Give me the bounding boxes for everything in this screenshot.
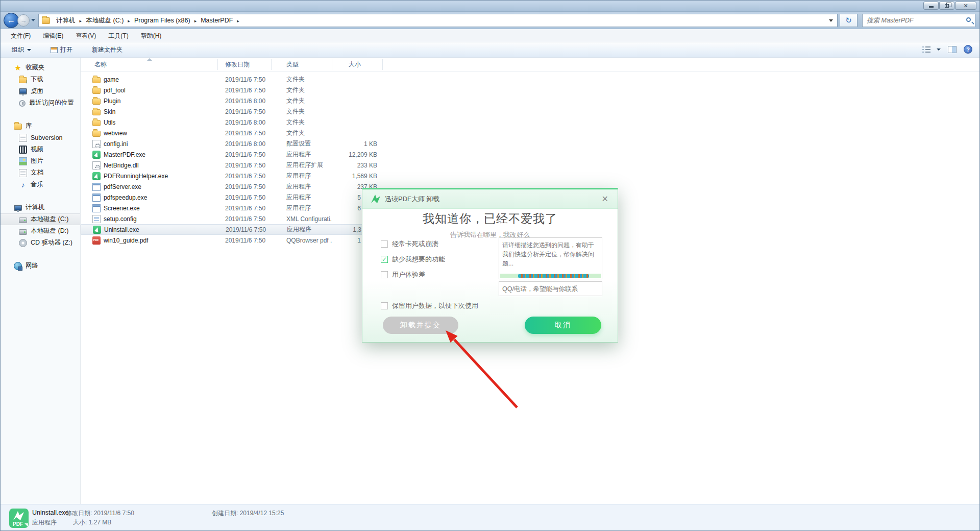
- dialog-close-button[interactable]: ✕: [600, 194, 610, 204]
- keep-user-data-checkbox[interactable]: 保留用户数据，以便下次使用: [381, 301, 478, 310]
- column-header-类型[interactable]: 类型: [286, 58, 299, 71]
- file-date-cell: 2019/11/6 7:50: [217, 108, 271, 115]
- new-folder-button[interactable]: 新建文件夹: [86, 44, 129, 56]
- column-header-修改日期[interactable]: 修改日期: [225, 58, 250, 71]
- reason-checkbox-1[interactable]: 经常卡死或崩溃: [381, 239, 438, 249]
- sidebar-group: 库Subversion视频图片文档♪音乐: [1, 120, 80, 190]
- file-row-webview[interactable]: webview2019/11/6 7:50文件夹: [81, 128, 384, 138]
- file-row-win10_guide.pdf[interactable]: win10_guide.pdf2019/11/6 7:50QQBrowser p…: [81, 235, 384, 246]
- file-row-Plugin[interactable]: Plugin2019/11/6 8:00文件夹: [81, 95, 384, 106]
- feedback-textarea[interactable]: [499, 238, 602, 279]
- refresh-icon: ↻: [845, 16, 852, 25]
- change-view-button[interactable]: [922, 46, 941, 53]
- menu-item[interactable]: 查看(V): [69, 29, 102, 42]
- sidebar-item-图片[interactable]: 图片: [1, 155, 80, 167]
- sidebar-group-网络[interactable]: 网络: [1, 260, 80, 272]
- forward-button[interactable]: →: [17, 14, 30, 27]
- open-button[interactable]: 打开: [44, 44, 79, 56]
- file-row-Utils[interactable]: Utils2019/11/6 8:00文件夹: [81, 117, 384, 128]
- preview-pane-button[interactable]: [948, 46, 957, 53]
- menu-item[interactable]: 工具(T): [102, 29, 134, 42]
- file-row-MasterPDF.exe[interactable]: MasterPDF.exe2019/11/6 7:50应用程序12,209 KB: [81, 149, 384, 160]
- file-size-cell: 1,569 KB: [332, 173, 382, 180]
- checkbox-unchecked-icon[interactable]: [381, 302, 388, 309]
- sidebar-group-库[interactable]: 库: [1, 120, 80, 132]
- breadcrumb-item[interactable]: 本地磁盘 (C:): [83, 17, 127, 24]
- file-row-NetBridge.dll[interactable]: NetBridge.dll2019/11/6 7:50应用程序扩展233 KB: [81, 160, 384, 171]
- column-separator[interactable]: [217, 59, 218, 70]
- minimize-button[interactable]: [923, 2, 939, 10]
- sidebar-item-桌面[interactable]: 桌面: [1, 85, 80, 97]
- file-row-pdfspeedup.exe[interactable]: pdfspeedup.exe2019/11/6 7:50应用程序5: [81, 192, 384, 203]
- address-bar[interactable]: 计算机▸本地磁盘 (C:)▸Program Files (x86)▸Master…: [38, 14, 838, 27]
- sidebar-item-本地磁盘 (D:)[interactable]: 本地磁盘 (D:): [1, 225, 80, 237]
- file-name: config.ini: [104, 140, 128, 148]
- sidebar-item-Subversion[interactable]: Subversion: [1, 132, 80, 143]
- app-window-icon: [92, 194, 101, 202]
- help-button[interactable]: ?: [964, 45, 972, 54]
- window-titlebar[interactable]: ✕: [1, 1, 979, 12]
- file-type-cell: 应用程序: [271, 204, 332, 212]
- file-row-Screener.exe[interactable]: Screener.exe2019/11/6 7:50应用程序6: [81, 203, 384, 213]
- menu-item[interactable]: 文件(F): [5, 29, 37, 42]
- sidebar-group-收藏夹[interactable]: ★收藏夹: [1, 62, 80, 74]
- organize-button[interactable]: 组织: [6, 44, 37, 56]
- sidebar-item-音乐[interactable]: ♪音乐: [1, 179, 80, 190]
- search-box[interactable]: [862, 14, 975, 27]
- sidebar-item-视频[interactable]: 视频: [1, 143, 80, 155]
- file-name: pdf_tool: [104, 87, 126, 94]
- file-row-Skin[interactable]: Skin2019/11/6 7:50文件夹: [81, 106, 384, 117]
- file-row-Uninstall.exe[interactable]: Uninstall.exe2019/11/6 7:50应用程序1,3: [81, 224, 384, 235]
- reason-checkbox-3[interactable]: 用户体验差: [381, 270, 425, 279]
- reason-checkbox-2[interactable]: ✓缺少我想要的功能: [381, 255, 445, 264]
- menu-item[interactable]: 帮助(H): [135, 29, 168, 42]
- file-row-setup.config[interactable]: setup.config2019/11/6 7:50XML Configurat…: [81, 213, 384, 224]
- file-row-config.ini[interactable]: config.ini2019/11/6 8:00配置设置1 KB: [81, 138, 384, 149]
- dialog-titlebar[interactable]: 迅读PDF大师 卸载 ✕: [362, 188, 618, 209]
- navigation-bar: ← → 计算机▸本地磁盘 (C:)▸Program Files (x86)▸Ma…: [1, 12, 979, 29]
- column-header-名称[interactable]: 名称: [94, 58, 107, 71]
- contact-input[interactable]: [499, 282, 602, 296]
- file-row-pdf_tool[interactable]: pdf_tool2019/11/6 7:50文件夹: [81, 85, 384, 95]
- file-row-game[interactable]: game2019/11/6 7:50文件夹: [81, 74, 384, 85]
- menu-item[interactable]: 编辑(E): [37, 29, 69, 42]
- column-separator[interactable]: [332, 59, 332, 70]
- file-row-pdfServer.exe[interactable]: pdfServer.exe2019/11/6 7:50应用程序237 KB: [81, 181, 384, 192]
- cancel-button[interactable]: 取消: [525, 317, 601, 334]
- pdf-green-app-icon: [92, 151, 101, 159]
- file-name-cell: setup.config: [81, 215, 217, 223]
- breadcrumb-item[interactable]: MasterPDF: [198, 17, 236, 24]
- file-date-cell: 2019/11/6 8:00: [217, 140, 271, 148]
- disk-drive-icon: [19, 229, 27, 235]
- back-button[interactable]: ←: [4, 13, 19, 28]
- search-input[interactable]: [863, 14, 975, 27]
- checkbox-checked-icon[interactable]: ✓: [381, 256, 388, 263]
- file-type-cell: XML Configurati...: [271, 215, 332, 223]
- sidebar-item-本地磁盘 (C:)[interactable]: 本地磁盘 (C:): [1, 213, 80, 225]
- address-dropdown-icon[interactable]: [829, 19, 833, 22]
- breadcrumb-item[interactable]: Program Files (x86): [131, 17, 193, 24]
- file-row-PDFRunningHelper.exe[interactable]: PDFRunningHelper.exe2019/11/6 7:50应用程序1,…: [81, 171, 384, 181]
- sidebar-item-CD 驱动器 (Z:)[interactable]: CD 驱动器 (Z:): [1, 237, 80, 249]
- breadcrumb-item[interactable]: 计算机: [53, 17, 79, 24]
- column-separator[interactable]: [271, 59, 272, 70]
- checkbox-label: 用户体验差: [392, 270, 425, 279]
- column-separator[interactable]: [382, 59, 383, 70]
- file-name-cell: Utils: [81, 118, 217, 126]
- restore-button[interactable]: [939, 2, 954, 10]
- refresh-button[interactable]: ↻: [840, 14, 857, 27]
- column-header-大小[interactable]: 大小: [349, 58, 361, 71]
- checkbox-unchecked-icon[interactable]: [381, 240, 388, 248]
- command-bar: 组织 打开 新建文件夹 ?: [1, 42, 979, 58]
- sidebar-item-下载[interactable]: 下载: [1, 74, 80, 85]
- sidebar-group-label: 库: [26, 122, 32, 130]
- sidebar-group-计算机[interactable]: 计算机: [1, 202, 80, 213]
- uninstall-submit-button[interactable]: 卸载并提交: [383, 317, 458, 334]
- close-window-button[interactable]: ✕: [955, 2, 976, 10]
- checkbox-unchecked-icon[interactable]: [381, 271, 388, 278]
- sidebar-item-最近访问的位置[interactable]: 最近访问的位置: [1, 97, 80, 109]
- history-dropdown-icon[interactable]: [31, 19, 35, 21]
- file-name-cell: pdf_tool: [81, 86, 217, 94]
- file-date-cell: 2019/11/6 7:50: [217, 205, 271, 212]
- sidebar-item-文档[interactable]: 文档: [1, 167, 80, 179]
